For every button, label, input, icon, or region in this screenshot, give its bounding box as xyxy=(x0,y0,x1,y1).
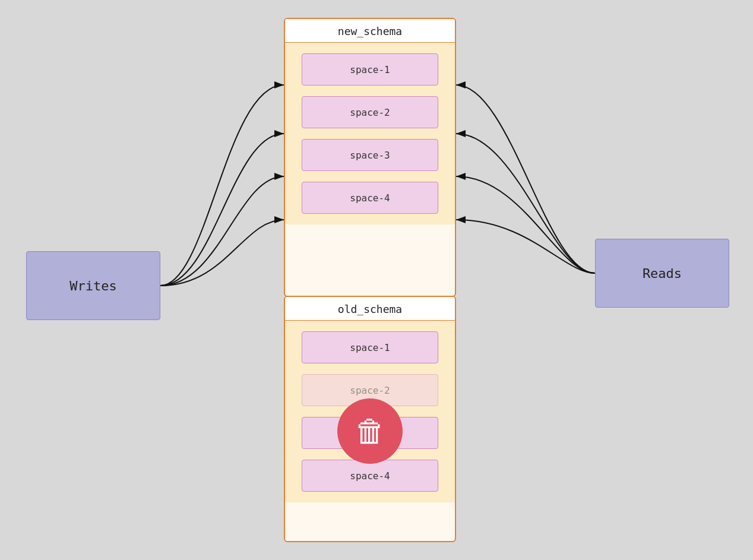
arrow-writes-space2 xyxy=(160,134,284,286)
new-schema-container: new_schema space-1 space-2 space-3 space… xyxy=(284,18,456,297)
new-space-2: space-2 xyxy=(302,96,438,128)
new-space-1: space-1 xyxy=(302,53,438,86)
old-space-1: space-1 xyxy=(302,331,438,363)
arrow-reads-space1 xyxy=(456,85,595,273)
arrow-reads-space2 xyxy=(456,134,595,273)
old-space-4: space-4 xyxy=(302,460,438,492)
reads-box: Reads xyxy=(595,239,729,308)
arrow-reads-space3 xyxy=(456,176,595,273)
new-schema-body: space-1 space-2 space-3 space-4 xyxy=(285,43,455,224)
new-space-4: space-4 xyxy=(302,182,438,214)
new-space-3: space-3 xyxy=(302,139,438,171)
old-schema-body: space-1 space-2 space-3 space-4 xyxy=(285,321,455,502)
arrow-writes-space3 xyxy=(160,176,284,286)
arrow-writes-space4 xyxy=(160,220,284,286)
writes-box: Writes xyxy=(26,251,160,320)
new-schema-title: new_schema xyxy=(285,19,455,43)
old-space-2: space-2 xyxy=(302,374,438,406)
old-space-3: space-3 xyxy=(302,417,438,449)
writes-label: Writes xyxy=(69,279,116,293)
arrow-reads-space4 xyxy=(456,220,595,273)
old-schema-container: old_schema space-1 space-2 space-3 space… xyxy=(284,296,456,542)
reads-label: Reads xyxy=(643,266,682,281)
arrow-writes-space1 xyxy=(160,85,284,286)
old-schema-title: old_schema xyxy=(285,297,455,321)
